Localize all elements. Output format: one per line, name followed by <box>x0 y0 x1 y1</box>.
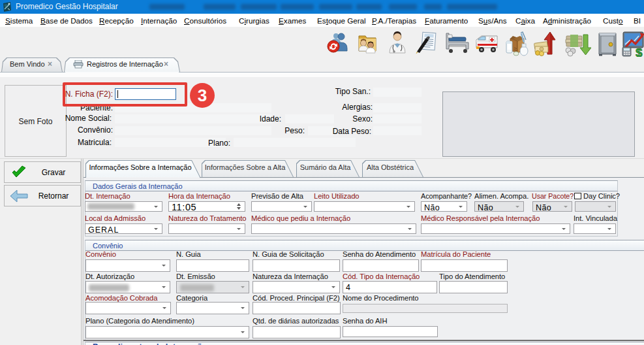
svg-text:$: $ <box>636 46 643 57</box>
